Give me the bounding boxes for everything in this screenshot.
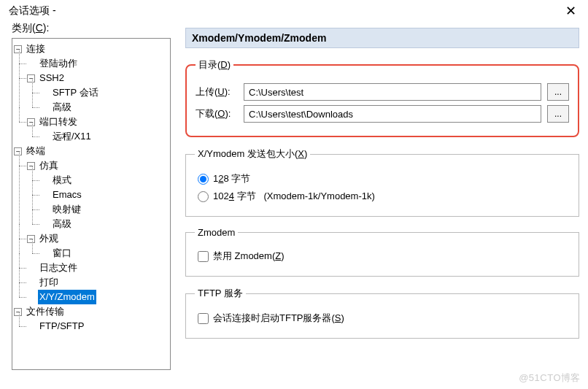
expander-icon[interactable]: − <box>27 162 35 170</box>
tree-item-xyzmodem[interactable]: X/Y/Zmodem <box>38 290 96 304</box>
download-path-input[interactable] <box>244 105 541 123</box>
tree-item-ssh2[interactable]: SSH2 <box>38 71 66 85</box>
download-label: 下载(O): <box>196 107 238 120</box>
category-tree[interactable]: −连接 登陆动作 −SSH2 SFTP 会话 高级 −端口转发 <box>12 38 171 370</box>
title-bar: 会话选项 - ✕ <box>0 0 588 22</box>
tree-item-ftpsftp[interactable]: FTP/SFTP <box>38 319 85 334</box>
tftp-start-option[interactable]: 会话连接时启动TFTP服务器(S) <box>198 312 570 325</box>
category-label: 类别(C): <box>12 22 171 35</box>
tftp-group: TFTP 服务 会话连接时启动TFTP服务器(S) <box>185 287 579 339</box>
packet-128-option[interactable]: 128 字节 <box>198 172 570 185</box>
tftp-legend: TFTP 服务 <box>195 287 246 300</box>
download-browse-button[interactable]: ... <box>547 105 569 123</box>
directory-group: 目录(D) 上传(U): ... 下载(O): ... <box>185 58 579 137</box>
tree-item-advanced[interactable]: 高级 <box>51 100 73 115</box>
tree-item-connection[interactable]: 连接 <box>25 42 47 56</box>
packet-1024-radio[interactable] <box>198 191 209 202</box>
tree-item-logfile[interactable]: 日志文件 <box>38 261 79 275</box>
tree-item-terminal[interactable]: 终端 <box>25 144 47 158</box>
tree-item-remotex11[interactable]: 远程/X11 <box>51 129 93 144</box>
tree-item-login[interactable]: 登陆动作 <box>38 56 79 71</box>
tree-item-appearance[interactable]: 外观 <box>38 231 60 246</box>
tree-item-sftp[interactable]: SFTP 会话 <box>51 85 100 100</box>
tree-item-emacs[interactable]: Emacs <box>51 188 83 202</box>
expander-icon[interactable]: − <box>14 308 22 316</box>
panel-heading: Xmodem/Ymodem/Zmodem <box>185 28 579 48</box>
tree-item-mode[interactable]: 模式 <box>51 173 73 188</box>
tree-item-advanced2[interactable]: 高级 <box>51 217 73 231</box>
expander-icon[interactable]: − <box>27 74 35 82</box>
packet-128-radio[interactable] <box>198 174 209 185</box>
tree-item-keymap[interactable]: 映射键 <box>51 202 82 217</box>
zmodem-group: Zmodem 禁用 Zmodem(Z) <box>185 227 579 277</box>
directory-legend: 目录(D) <box>196 58 233 72</box>
upload-path-input[interactable] <box>244 83 541 101</box>
tree-item-portfwd[interactable]: 端口转发 <box>38 115 79 129</box>
disable-zmodem-checkbox[interactable] <box>198 251 209 262</box>
expander-icon[interactable]: − <box>14 147 22 155</box>
tree-item-window[interactable]: 窗口 <box>51 246 73 261</box>
disable-zmodem-option[interactable]: 禁用 Zmodem(Z) <box>198 250 570 263</box>
packet-1024-option[interactable]: 1024 字节 (Xmodem-1k/Ymodem-1k) <box>198 190 570 203</box>
watermark: @51CTO博客 <box>519 371 581 385</box>
tftp-start-checkbox[interactable] <box>198 313 209 324</box>
window-title: 会话选项 - <box>9 4 56 18</box>
packet-size-legend: X/Ymodem 发送包大小(X) <box>195 147 310 161</box>
expander-icon[interactable]: − <box>27 235 35 243</box>
zmodem-legend: Zmodem <box>195 227 238 238</box>
upload-label: 上传(U): <box>196 85 238 99</box>
packet-size-group: X/Ymodem 发送包大小(X) 128 字节 1024 字节 (Xmodem… <box>185 147 579 217</box>
expander-icon[interactable]: − <box>27 118 35 126</box>
expander-icon[interactable]: − <box>14 45 22 53</box>
tree-item-print[interactable]: 打印 <box>38 275 60 290</box>
tree-item-filetransfer[interactable]: 文件传输 <box>25 304 66 319</box>
tree-item-emulation[interactable]: 仿真 <box>38 158 60 173</box>
upload-browse-button[interactable]: ... <box>547 83 569 101</box>
close-icon[interactable]: ✕ <box>561 3 581 19</box>
